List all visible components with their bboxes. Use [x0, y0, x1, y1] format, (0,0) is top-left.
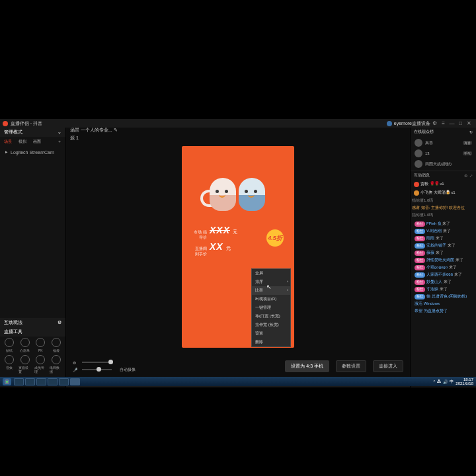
gear-icon[interactable]: ⚙ — [58, 320, 61, 325]
btn-enter[interactable]: 直接进入 — [373, 360, 403, 372]
tool-grid: 贴纸 心愿单 PK 福袋 音效 页面设置 成员管理 电商数据 — [0, 337, 65, 375]
camera-icon: ▸ — [5, 149, 8, 155]
tool-lucky[interactable]: 福袋 — [50, 338, 63, 352]
cm-appear[interactable]: 出现项目(D) — [252, 295, 290, 303]
taskbar-item[interactable] — [25, 378, 35, 385]
refresh-icon[interactable]: ↻ — [469, 130, 473, 134]
left-tabs: 场景 模拟 画面 ＋ — [0, 137, 65, 147]
cm-delete[interactable]: 删除 — [252, 338, 290, 346]
tab-screen[interactable]: 画面 — [33, 139, 41, 145]
tray-up-icon[interactable]: ^ — [433, 379, 435, 383]
canvas-area[interactable]: 市场 指导价 XXX 元 直播间 到手价 XX 元 4.5折 全屏 — [66, 141, 410, 353]
clock-date: 2021/6/18 — [456, 381, 473, 385]
chat-notice: 指你值1.0吗 — [411, 197, 476, 204]
chat-settings-icon[interactable]: ⚙ — [464, 173, 467, 178]
cm-manage[interactable]: 一键管理 — [252, 303, 290, 312]
cm-order[interactable]: 排序 — [252, 278, 290, 286]
mic-slider[interactable] — [82, 369, 112, 370]
windows-taskbar: ^ 🖧 🔊 中 18:17 2021/6/18 — [0, 377, 476, 386]
chat-item: 粉丝翰 总谱背色 (闲聊勿扰) — [413, 293, 473, 300]
tool-sound[interactable]: 音效 — [3, 355, 16, 374]
tray-net-icon[interactable]: 🖧 — [437, 379, 441, 383]
chat-list[interactable]: 粉丝FFish 鱼 来了粉丝V.刘志刚 来了粉丝陌陌 来了粉丝安叔的铺子 来了粉… — [411, 219, 476, 387]
volume-icon: ⚙ — [73, 360, 78, 365]
guest-avatar-icon — [415, 160, 422, 168]
tool-sticker[interactable]: 贴纸 — [3, 338, 16, 352]
close-icon[interactable]: ✕ — [465, 119, 473, 128]
tab-scene[interactable]: 场景 — [4, 139, 12, 145]
guest-row[interactable]: 13手气 — [411, 148, 476, 159]
chat-item: 粉丝小双gogogo 来了 — [413, 264, 473, 271]
menu-icon[interactable]: ≡ — [439, 119, 448, 128]
tray-ime-icon[interactable]: 中 — [450, 379, 454, 385]
right-panel: 在线观众榜 ↻ 真香真香13手气四国大战(静默) 互动消息 ⚙ ⤢ 贾毅 🌹🌹 … — [410, 128, 476, 387]
canvas-footer: ⚙ 🎤 自动摄像 设置为 4:3 手机 参数设置 直接进入 — [66, 353, 410, 379]
left-panel-header: 管理模式 ⌄ — [0, 128, 65, 137]
cm-ratio[interactable]: 比率 — [252, 286, 290, 295]
price-block: 市场 指导价 XXX 元 直播间 到手价 XX 元 — [192, 224, 237, 257]
context-menu: 全屏 排序 比率 出现项目(D) 一键管理 等(口宽 (长宽) 拉伸宽 (长宽)… — [251, 268, 291, 347]
section-inter-header: 互动玩法 ⚙ — [0, 318, 65, 327]
tool-wish[interactable]: 心愿单 — [19, 338, 32, 352]
start-button[interactable] — [3, 378, 11, 385]
cm-stretch[interactable]: 拉伸宽 (长宽) — [252, 321, 290, 329]
chat-header: 互动消息 ⚙ ⤢ — [411, 171, 476, 180]
discount-badge: 4.5折 — [266, 229, 284, 247]
chat-item: 粉丝人家西不多666 来了 — [413, 271, 473, 278]
chat-item: 粉丝陌陌 来了 — [413, 235, 473, 242]
chat-item: 粉丝FFish 鱼 来了 — [413, 220, 473, 227]
tool-page[interactable]: 页面设置 — [19, 355, 32, 374]
collapse-icon[interactable]: ⌄ — [58, 130, 61, 135]
tray-vol-icon[interactable]: 🔊 — [443, 379, 448, 384]
volume-slider[interactable] — [82, 362, 112, 363]
username: eyemore直播设备 — [394, 120, 430, 127]
chat-item: 粉丝寸法缺 来了 — [413, 286, 473, 293]
left-panel: 管理模式 ⌄ 场景 模拟 画面 ＋ ▸ Logitech StreamCam 互… — [0, 128, 66, 387]
cm-settings[interactable]: 设置 — [252, 329, 290, 338]
guest-row[interactable]: 真香真香 — [411, 138, 476, 148]
product-image — [200, 171, 274, 211]
app-title: 直播伴侣 · 抖音 — [11, 120, 42, 127]
settings-icon[interactable]: ⚙ — [430, 119, 439, 128]
gift-bar: 贾毅 🌹🌹 x1 — [411, 180, 476, 188]
taskbar-item[interactable] — [14, 378, 24, 385]
section-tools-header: 直播工具 — [0, 327, 65, 337]
taskbar-item[interactable] — [36, 378, 46, 385]
guest-avatar-icon — [415, 149, 422, 157]
gift-bar-2: 小飞侠 大啤酒🍺 x1 — [411, 188, 476, 197]
edit-icon[interactable]: ✎ — [114, 128, 118, 132]
chat-item: 粉丝薇薇 来了 — [413, 249, 473, 257]
mic-icon: 🎤 — [73, 368, 78, 372]
guests-header: 在线观众榜 ↻ — [411, 128, 476, 136]
cm-fullscreen[interactable]: 全屏 — [252, 269, 290, 278]
gift-icon — [414, 182, 419, 187]
beer-icon — [414, 190, 419, 196]
guest-row[interactable]: 四国大战(静默) — [411, 159, 476, 169]
chat-item: 希望 为直播点赞了 — [413, 307, 473, 315]
add-icon[interactable]: ＋ — [58, 139, 61, 145]
tool-pk[interactable]: PK — [34, 338, 48, 352]
taskbar-item-active[interactable] — [70, 378, 80, 385]
btn-aspect[interactable]: 设置为 4:3 手机 — [285, 360, 329, 372]
guest-avatar-icon — [415, 139, 422, 147]
chat-expand-icon[interactable]: ⤢ — [469, 173, 473, 178]
tool-shop[interactable]: 电商数据 — [50, 355, 63, 374]
taskbar-item[interactable] — [48, 378, 58, 385]
tab-simulate[interactable]: 模拟 — [19, 139, 26, 145]
maximize-icon[interactable]: □ — [456, 119, 465, 128]
chat-item: 粉丝安叔的铺子 来了 — [413, 242, 473, 249]
chat-welcome: 感谢 知音: 主播你好! 欢迎各位 — [411, 204, 476, 212]
app-logo-icon — [3, 121, 8, 126]
minimize-icon[interactable]: — — [448, 119, 456, 128]
tool-member[interactable]: 成员管理 — [34, 355, 48, 374]
preview-frame[interactable]: 市场 指导价 XXX 元 直播间 到手价 XX 元 4.5折 全屏 — [182, 146, 294, 348]
system-tray[interactable]: ^ 🖧 🔊 中 18:17 2021/6/18 — [433, 377, 473, 385]
auto-camera-label[interactable]: 自动摄像 — [120, 367, 136, 373]
user-chip[interactable]: eyemore直播设备 — [387, 120, 430, 127]
source-item[interactable]: ▸ Logitech StreamCam — [0, 147, 65, 157]
canvas-panel: 场景 一个人的专业... ✎ 源 1 市场 指导价 XXX 元 — [66, 128, 410, 387]
cm-fit[interactable]: 等(口宽 (长宽) — [252, 312, 290, 321]
taskbar-item[interactable] — [59, 378, 69, 385]
chat-item: 粉丝V.刘志刚 来了 — [413, 227, 473, 235]
btn-params[interactable]: 参数设置 — [336, 360, 366, 372]
